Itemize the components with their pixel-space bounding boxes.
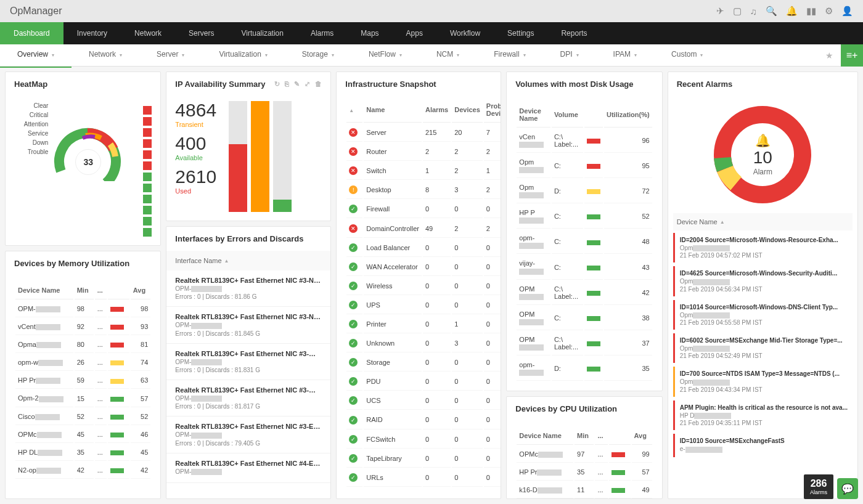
table-row[interactable]: ✓FCSwitch000: [346, 431, 501, 449]
table-row[interactable]: ✕Server215207: [346, 124, 501, 142]
subnav-overview[interactable]: Overview▾: [0, 43, 72, 68]
table-row[interactable]: OPM-98...98: [15, 301, 150, 317]
interfaces-header[interactable]: Interface Name▲: [166, 251, 330, 270]
nav-tab-maps[interactable]: Maps: [347, 22, 392, 44]
nav-tab-alarms[interactable]: Alarms: [297, 22, 347, 44]
table-row[interactable]: Opma80...81: [15, 336, 150, 353]
table-row[interactable]: HP PC:52: [517, 205, 652, 229]
alarm-item[interactable]: ID=2004 Source=Microsoft-Windows-Resourc…: [673, 233, 853, 262]
table-row[interactable]: Cisco52...52: [15, 408, 150, 425]
table-row[interactable]: Opm-215...57: [15, 390, 150, 407]
table-row[interactable]: ✕DomainController4922: [346, 219, 501, 237]
interface-item[interactable]: Realtek RTL8139C+ Fast Ethernet NIC #3-W…: [166, 344, 330, 380]
nav-tab-apps[interactable]: Apps: [393, 22, 436, 44]
table-row[interactable]: ✕Switch121: [346, 162, 501, 180]
alarm-item[interactable]: ID=6002 Source=MSExchange Mid-Tier Stora…: [673, 333, 853, 363]
sort-icon: ▲: [720, 219, 725, 225]
table-row[interactable]: !Desktop832: [346, 181, 501, 199]
status-icon: !: [349, 185, 358, 194]
interface-item[interactable]: Realtek RTL8139C+ Fast Ethernet NIC #3-E…: [166, 417, 330, 453]
add-widget-button[interactable]: ≡+: [841, 44, 863, 67]
table-row[interactable]: k16-D11...49: [517, 482, 652, 498]
alarm-item[interactable]: APM Plugin: Health is critical as the re…: [673, 400, 853, 430]
table-row[interactable]: HP Pr59...63: [15, 372, 150, 389]
infra-table: ▲NameAlarmsDevicesProblematic Devices✕Se…: [345, 96, 501, 488]
subnav-firewall[interactable]: Firewall▾: [476, 43, 542, 68]
table-row[interactable]: opm-D:35: [517, 357, 652, 381]
alarm-item[interactable]: ID=1014 Source=Microsoft-Windows-DNS-Cli…: [673, 300, 853, 330]
table-row[interactable]: N2-op42...42: [15, 462, 150, 479]
alarm-list-header[interactable]: Device Name▲: [673, 213, 853, 230]
table-row[interactable]: HP Pr35...57: [517, 464, 652, 481]
user-icon[interactable]: 👤: [841, 6, 853, 17]
alarm-item[interactable]: ID=700 Source=NTDS ISAM Type=3 Message=N…: [673, 367, 853, 396]
table-row[interactable]: OPMC:38: [517, 306, 652, 330]
table-row[interactable]: vCenC:\ Label:...96: [517, 129, 652, 153]
table-row[interactable]: OPMC:\ Label:...42: [517, 281, 652, 305]
table-row[interactable]: ✓Unknown030: [346, 335, 501, 352]
table-row[interactable]: OPMC:\ Label:...37: [517, 331, 652, 356]
nav-tab-workflow[interactable]: Workflow: [436, 22, 494, 44]
subnav-network[interactable]: Network▾: [72, 43, 139, 68]
nav-tab-servers[interactable]: Servers: [175, 22, 227, 44]
cpu-util-title: Devices by CPU Utilization: [515, 404, 617, 413]
favorite-icon[interactable]: ★: [818, 51, 841, 60]
nav-tab-inventory[interactable]: Inventory: [63, 22, 121, 44]
edit-icon[interactable]: ✎: [294, 80, 300, 88]
interface-item[interactable]: Realtek RTL8139C+ Fast Ethernet NIC #4-E…: [166, 453, 330, 483]
expand-icon[interactable]: ⤢: [305, 80, 310, 88]
subnav-dpi[interactable]: DPI▾: [543, 43, 596, 68]
subnav-ncm[interactable]: NCM▾: [419, 43, 476, 68]
alarm-float-counter[interactable]: 286 Alarms: [804, 474, 833, 499]
table-row[interactable]: ✓URLs000: [346, 469, 501, 487]
gear-icon[interactable]: ⚙: [825, 6, 833, 17]
table-row[interactable]: ✓Storage000: [346, 354, 501, 372]
nav-tab-settings[interactable]: Settings: [494, 22, 547, 44]
copy-icon[interactable]: ⎘: [285, 80, 289, 88]
table-row[interactable]: HP DL35...45: [15, 444, 150, 461]
interface-item[interactable]: Realtek RTL8139C+ Fast Ethernet NIC #3-N…: [166, 307, 330, 343]
table-row[interactable]: ✓Wireless000: [346, 277, 501, 295]
subnav-storage[interactable]: Storage▾: [285, 43, 351, 68]
table-row[interactable]: opm-C:48: [517, 230, 652, 254]
subnav-ipam[interactable]: IPAM▾: [596, 43, 654, 68]
table-row[interactable]: ✓Load Balancer000: [346, 239, 501, 257]
nav-tab-dashboard[interactable]: Dashboard: [0, 22, 63, 44]
table-row[interactable]: ✓RAID000: [346, 411, 501, 429]
table-row[interactable]: ✓Firewall000: [346, 200, 501, 218]
table-row[interactable]: ✓UPS000: [346, 296, 501, 314]
monitor-icon[interactable]: ▢: [733, 6, 742, 17]
delete-icon[interactable]: 🗑: [315, 80, 322, 88]
search-icon[interactable]: 🔍: [766, 6, 777, 17]
table-row[interactable]: vCent92...93: [15, 319, 150, 335]
table-row[interactable]: ✓WAN Accelerator000: [346, 258, 501, 276]
table-row[interactable]: OpmC:95: [517, 154, 652, 178]
interface-item[interactable]: Realtek RTL8139C+ Fast Ethernet NIC #3-W…: [166, 380, 330, 417]
bell-icon[interactable]: 🔔: [786, 6, 798, 17]
nav-tab-virtualization[interactable]: Virtualization: [227, 22, 297, 44]
rocket-icon[interactable]: ✈: [716, 6, 724, 17]
interface-item[interactable]: Realtek RTL8139C+ Fast Ethernet NIC #3-N…: [166, 270, 330, 307]
table-row[interactable]: opm-w26...74: [15, 354, 150, 371]
subnav-custom[interactable]: Custom▾: [654, 43, 720, 68]
table-row[interactable]: ✓PDU000: [346, 373, 501, 391]
battery-icon[interactable]: ▮▮: [806, 6, 816, 17]
table-row[interactable]: ✓UCS000: [346, 392, 501, 410]
nav-tab-network[interactable]: Network: [121, 22, 175, 44]
table-row[interactable]: vijay-C:43: [517, 255, 652, 279]
alarm-item[interactable]: ID=4625 Source=Microsoft-Windows-Securit…: [673, 266, 853, 296]
table-row[interactable]: ✓Printer010: [346, 315, 501, 333]
refresh-icon[interactable]: ↻: [274, 80, 280, 88]
subnav-netflow[interactable]: NetFlow▾: [351, 43, 419, 68]
subnav-server[interactable]: Server▾: [139, 43, 202, 68]
table-row[interactable]: OPMc45...46: [15, 426, 150, 443]
subnav-virtualization[interactable]: Virtualization▾: [202, 43, 284, 68]
chat-button[interactable]: 💬: [837, 478, 858, 499]
alarm-item[interactable]: ID=1010 Source=MSExchangeFastSe-: [673, 434, 853, 457]
table-row[interactable]: ✕Router222: [346, 143, 501, 161]
table-row[interactable]: ✓TapeLibrary000: [346, 450, 501, 468]
table-row[interactable]: OPMc97...99: [517, 446, 652, 463]
headset-icon[interactable]: ♫: [750, 6, 757, 17]
table-row[interactable]: OpmD:72: [517, 179, 652, 203]
nav-tab-reports[interactable]: Reports: [547, 22, 600, 44]
